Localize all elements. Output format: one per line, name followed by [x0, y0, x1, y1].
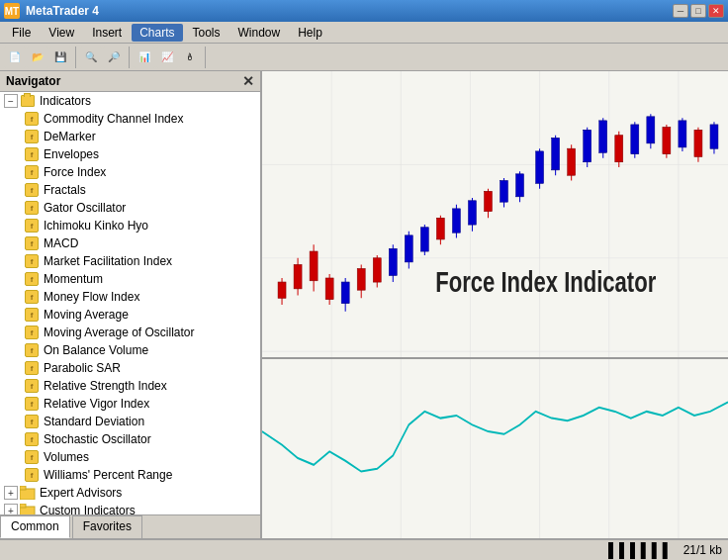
indicator-icon: f [24, 146, 40, 162]
ea-toggle[interactable]: + [4, 486, 18, 500]
indicator-icon: f [24, 164, 40, 180]
svg-rect-71 [710, 125, 718, 148]
list-item[interactable]: f DeMarker [0, 128, 260, 145]
svg-rect-29 [373, 258, 381, 282]
indicator-icon: f [24, 218, 40, 233]
indicator-icon: f [24, 325, 40, 340]
tab-common[interactable]: Common [0, 515, 70, 538]
list-item[interactable]: f Parabolic SAR [0, 359, 260, 377]
indicators-toggle[interactable]: − [4, 94, 18, 108]
list-item[interactable]: f Commodity Channel Index [0, 110, 260, 128]
toolbar-group-1: 📄 📂 💾 [4, 47, 76, 68]
svg-rect-69 [694, 130, 702, 156]
svg-rect-59 [615, 136, 623, 162]
list-item[interactable]: f Standard Deviation [0, 413, 260, 430]
list-item[interactable]: f Fractals [0, 181, 260, 199]
svg-rect-55 [584, 130, 592, 161]
svg-rect-21 [310, 251, 318, 281]
main-layout: Navigator ✕ − Indicators f Commodity Cha… [0, 71, 728, 538]
list-item[interactable]: f Relative Vigor Index [0, 395, 260, 413]
tab-favorites[interactable]: Favorites [72, 515, 142, 538]
menu-help[interactable]: Help [290, 24, 330, 42]
svg-rect-35 [420, 228, 428, 251]
chart-area: Force Index Indicator [262, 71, 728, 538]
menu-insert[interactable]: Insert [84, 24, 130, 42]
toolbar-zoom-in[interactable]: 🔍 [80, 47, 102, 68]
svg-rect-17 [278, 282, 286, 298]
indicator-icon: f [24, 235, 40, 251]
list-item[interactable]: f Gator Oscillator [0, 199, 260, 217]
svg-rect-65 [663, 128, 671, 154]
svg-rect-23 [325, 278, 333, 300]
svg-rect-27 [357, 269, 365, 291]
app-icon: MT [4, 3, 20, 19]
svg-rect-0 [20, 489, 35, 500]
list-item[interactable]: f Stochastic Oscillator [0, 430, 260, 448]
menu-view[interactable]: View [41, 24, 82, 42]
svg-rect-53 [568, 148, 576, 175]
navigator-tabs: Common Favorites [0, 514, 260, 538]
indicator-icon: f [24, 378, 40, 394]
indicator-icon: f [24, 200, 40, 216]
toolbar-chart-bar[interactable]: 📊 [134, 47, 155, 68]
menu-file[interactable]: File [4, 24, 39, 42]
list-item[interactable]: f Moving Average [0, 306, 260, 324]
list-item[interactable]: f MACD [0, 234, 260, 252]
list-item[interactable]: f Relative Strength Index [0, 377, 260, 395]
indicator-icon: f [24, 360, 40, 376]
list-item[interactable]: f Momentum [0, 270, 260, 288]
indicator-icon: f [24, 182, 40, 198]
title-bar: MT MetaTrader 4 ─ □ ✕ [0, 0, 728, 22]
navigator-close-button[interactable]: ✕ [242, 74, 254, 88]
window-controls: ─ □ ✕ [673, 4, 724, 18]
svg-rect-25 [341, 282, 349, 304]
list-item[interactable]: f On Balance Volume [0, 341, 260, 359]
ci-toggle[interactable]: + [4, 504, 18, 514]
navigator-body[interactable]: − Indicators f Commodity Channel Index f… [0, 92, 260, 514]
ci-folder-icon [20, 503, 36, 514]
svg-rect-37 [436, 218, 444, 239]
svg-rect-41 [468, 201, 476, 225]
menu-charts[interactable]: Charts [132, 24, 182, 42]
toolbar-new[interactable]: 📄 [4, 47, 26, 68]
svg-rect-47 [516, 174, 524, 197]
navigator-title: Navigator [6, 74, 60, 88]
maximize-button[interactable]: □ [690, 4, 706, 18]
svg-rect-33 [405, 235, 412, 262]
list-item[interactable]: f Envelopes [0, 145, 260, 163]
svg-rect-63 [647, 117, 655, 143]
chart-canvas[interactable]: Force Index Indicator [262, 71, 728, 538]
toolbar-save[interactable]: 💾 [49, 47, 71, 68]
minimize-button[interactable]: ─ [673, 4, 688, 18]
indicator-icon: f [24, 414, 40, 429]
list-item[interactable]: f Moving Average of Oscillator [0, 324, 260, 341]
toolbar-chart-candle[interactable]: 🕯 [179, 47, 201, 68]
menu-tools[interactable]: Tools [185, 24, 228, 42]
list-item[interactable]: f Market Facilitation Index [0, 252, 260, 270]
indicator-icon: f [24, 449, 40, 465]
custom-indicators-section[interactable]: + Custom Indicators [0, 502, 260, 514]
list-item[interactable]: f Money Flow Index [0, 288, 260, 306]
toolbar-open[interactable]: 📂 [27, 47, 48, 68]
expert-advisors-section[interactable]: + Expert Advisors [0, 484, 260, 502]
svg-rect-49 [536, 151, 544, 183]
candlestick-chart: Force Index Indicator [262, 71, 728, 538]
svg-rect-1 [20, 486, 26, 490]
svg-rect-67 [679, 121, 686, 147]
indicators-folder-icon [20, 93, 36, 109]
indicators-section[interactable]: − Indicators [0, 92, 260, 110]
toolbar-zoom-out[interactable]: 🔎 [103, 47, 125, 68]
list-item[interactable]: f Force Index [0, 163, 260, 181]
menu-window[interactable]: Window [230, 24, 289, 42]
list-item[interactable]: f Williams' Percent Range [0, 466, 260, 484]
indicator-icon: f [24, 289, 40, 305]
toolbar-chart-line[interactable]: 📈 [156, 47, 178, 68]
list-item[interactable]: f Ichimoku Kinko Hyo [0, 217, 260, 234]
toolbar: 📄 📂 💾 🔍 🔎 📊 📈 🕯 [0, 44, 728, 71]
indicator-icon: f [24, 307, 40, 323]
navigator-header: Navigator ✕ [0, 71, 260, 92]
indicator-icon: f [24, 129, 40, 144]
close-button[interactable]: ✕ [708, 4, 724, 18]
svg-rect-57 [599, 121, 607, 152]
list-item[interactable]: f Volumes [0, 448, 260, 466]
